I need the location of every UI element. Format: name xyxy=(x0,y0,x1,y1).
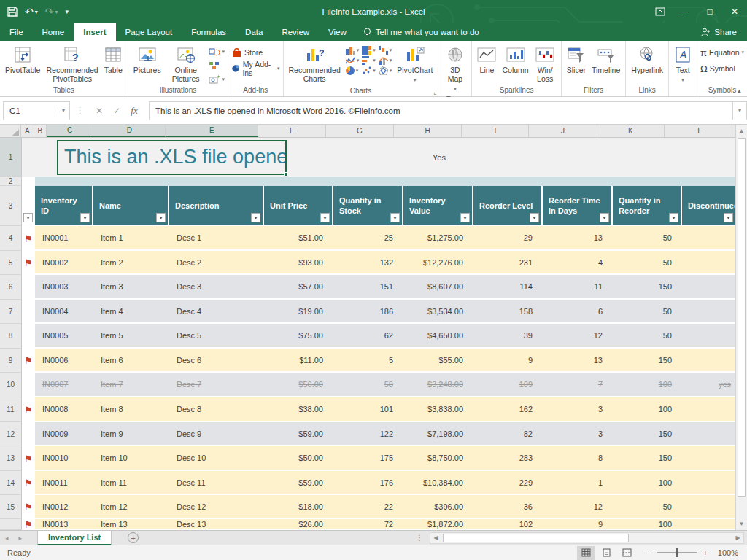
save-icon[interactable] xyxy=(7,7,18,17)
row-number[interactable]: 13 xyxy=(0,446,22,471)
table-header-2[interactable]: Name▾ xyxy=(93,186,169,226)
cell[interactable] xyxy=(682,495,735,518)
collapse-ribbon-icon[interactable]: ▲ xyxy=(736,88,743,95)
tab-insert[interactable]: Insert xyxy=(74,23,115,41)
cell[interactable]: $396.00 xyxy=(403,495,473,518)
column-header-k[interactable]: K xyxy=(597,125,665,137)
cell[interactable]: 283 xyxy=(473,446,543,470)
table-header-10[interactable]: Discontinued?▾ xyxy=(682,186,735,226)
cell[interactable]: IN0008 xyxy=(35,397,93,421)
sheet-nav-right-icon[interactable]: ▸ xyxy=(14,534,28,542)
scroll-up-icon[interactable]: ▲ xyxy=(736,125,747,137)
recommended-pivottables-button[interactable]: ? Recommended PivotTables xyxy=(44,44,100,85)
my-addins-button[interactable]: My Add-ins▾ xyxy=(231,63,279,74)
zoom-level[interactable]: 100% xyxy=(713,548,738,557)
table-header-7[interactable]: Reorder Level▾ xyxy=(473,186,543,226)
enter-icon[interactable]: ✓ xyxy=(108,106,125,116)
cell[interactable]: $59.00 xyxy=(264,471,333,494)
cell[interactable]: 100 xyxy=(613,373,682,396)
cell[interactable]: $51.00 xyxy=(264,226,333,249)
scatter-chart-button[interactable]: ▾ xyxy=(362,66,376,75)
row-number[interactable]: 11 xyxy=(0,397,22,422)
cell[interactable]: IN0004 xyxy=(35,300,93,322)
filter-dropdown-icon[interactable]: ▾ xyxy=(669,213,678,222)
row-number[interactable]: 2 xyxy=(0,177,22,186)
online-pictures-button[interactable]: Online Pictures xyxy=(165,44,207,85)
zoom-out-icon[interactable]: − xyxy=(646,548,650,557)
cell[interactable] xyxy=(682,397,735,421)
line-sparkline-button[interactable]: Line xyxy=(475,44,498,76)
cell[interactable]: 36 xyxy=(473,495,543,518)
row-number[interactable]: 3 xyxy=(0,186,22,226)
selected-cell-c1[interactable]: This is an .XLS file opened in xyxy=(57,140,287,175)
maximize-button[interactable]: □ xyxy=(697,0,722,23)
formula-input[interactable]: This is an .XLS file opened in Microsoft… xyxy=(149,101,732,120)
cell[interactable]: 150 xyxy=(613,446,682,470)
cell[interactable]: IN0011 xyxy=(35,471,93,494)
filter-dropdown-icon[interactable]: ▾ xyxy=(530,213,539,222)
row-number[interactable] xyxy=(0,519,22,530)
cell[interactable]: 12 xyxy=(543,324,613,347)
cell[interactable]: 229 xyxy=(473,471,543,494)
filter-dropdown-icon[interactable]: ▾ xyxy=(320,213,330,222)
cell[interactable]: Item 3 xyxy=(93,275,169,298)
cell[interactable]: 25 xyxy=(333,226,403,249)
cell[interactable]: 12 xyxy=(543,495,613,518)
cell[interactable]: Item 8 xyxy=(93,397,169,421)
cell[interactable]: $1,275.00 xyxy=(403,226,473,249)
cell[interactable]: $93.00 xyxy=(264,251,333,273)
cell[interactable]: Desc 13 xyxy=(169,519,264,529)
scroll-down-icon[interactable]: ▼ xyxy=(736,518,747,530)
filter-dropdown-icon[interactable]: ▾ xyxy=(600,213,609,222)
cell[interactable] xyxy=(682,422,735,445)
cell[interactable]: 158 xyxy=(473,300,543,322)
new-sheet-button[interactable]: + xyxy=(128,532,139,543)
page-layout-view-button[interactable] xyxy=(597,546,615,560)
cell[interactable]: yes xyxy=(682,373,735,396)
cell[interactable]: 4 xyxy=(543,251,613,273)
cell[interactable]: 150 xyxy=(613,275,682,298)
cell[interactable]: 50 xyxy=(613,251,682,273)
cell-h1[interactable]: Yes xyxy=(404,138,474,177)
smartart-button[interactable] xyxy=(209,60,225,71)
cell[interactable]: $1,872.00 xyxy=(403,519,473,529)
normal-view-button[interactable] xyxy=(577,546,595,560)
column-header-l[interactable]: L xyxy=(665,125,735,137)
zoom-slider-thumb[interactable] xyxy=(676,548,678,557)
column-sparkline-button[interactable]: Column xyxy=(500,44,530,76)
page-break-view-button[interactable] xyxy=(618,546,635,560)
sheet-nav-left-icon[interactable]: ◂ xyxy=(0,534,14,542)
cell[interactable]: Desc 11 xyxy=(169,471,264,494)
cell[interactable]: Item 12 xyxy=(93,495,169,518)
zoom-in-icon[interactable]: + xyxy=(703,548,708,557)
filter-dropdown-icon[interactable]: ▾ xyxy=(390,213,400,222)
row-number[interactable]: 1 xyxy=(0,138,22,177)
timeline-button[interactable]: Timeline xyxy=(589,44,622,76)
cell[interactable]: 231 xyxy=(473,251,543,273)
tab-view[interactable]: View xyxy=(319,23,356,41)
scroll-right-icon[interactable]: ▶ xyxy=(732,534,743,541)
column-header-i[interactable]: I xyxy=(462,125,529,137)
cell[interactable]: 72 xyxy=(333,519,403,529)
filter-dropdown-icon[interactable]: ▾ xyxy=(724,213,733,222)
scrollbar-resize-handle[interactable]: ⋮ xyxy=(416,534,424,542)
tab-review[interactable]: Review xyxy=(272,23,319,41)
cell[interactable]: IN0001 xyxy=(35,226,93,249)
cell[interactable]: $3,248.00 xyxy=(403,373,473,396)
table-header-6[interactable]: Inventory Value▾ xyxy=(403,186,473,226)
column-header-j[interactable]: J xyxy=(529,125,597,137)
row-number[interactable]: 8 xyxy=(0,324,22,349)
tab-page-layout[interactable]: Page Layout xyxy=(116,23,182,41)
cell[interactable]: 100 xyxy=(613,471,682,494)
cell[interactable]: $8,750.00 xyxy=(403,446,473,470)
formula-bar-expand-icon[interactable]: ▾ xyxy=(732,101,747,120)
cell[interactable] xyxy=(682,275,735,298)
share-button[interactable]: Share xyxy=(701,23,747,41)
cell[interactable]: 176 xyxy=(333,471,403,494)
cell[interactable]: 3 xyxy=(543,422,613,445)
cell[interactable] xyxy=(682,226,735,249)
cell[interactable]: Item 10 xyxy=(93,446,169,470)
cell[interactable]: 3 xyxy=(543,397,613,421)
column-header-h[interactable]: H xyxy=(394,125,462,137)
cell[interactable] xyxy=(682,300,735,322)
